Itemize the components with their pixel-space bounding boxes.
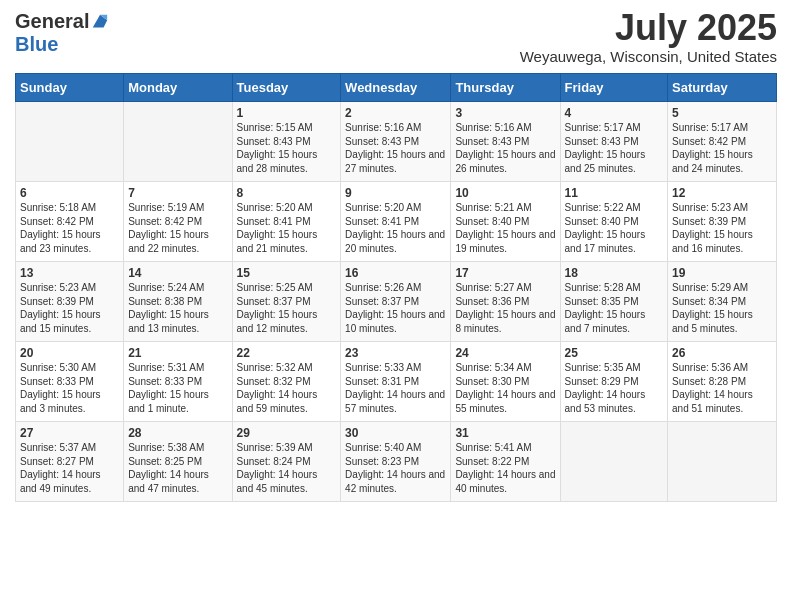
day-cell: 10Sunrise: 5:21 AM Sunset: 8:40 PM Dayli… (451, 182, 560, 262)
day-cell: 1Sunrise: 5:15 AM Sunset: 8:43 PM Daylig… (232, 102, 341, 182)
day-info: Sunrise: 5:18 AM Sunset: 8:42 PM Dayligh… (20, 201, 119, 255)
day-info: Sunrise: 5:23 AM Sunset: 8:39 PM Dayligh… (20, 281, 119, 335)
day-cell: 19Sunrise: 5:29 AM Sunset: 8:34 PM Dayli… (668, 262, 777, 342)
header-row: SundayMondayTuesdayWednesdayThursdayFrid… (16, 74, 777, 102)
day-number: 6 (20, 186, 119, 200)
day-info: Sunrise: 5:41 AM Sunset: 8:22 PM Dayligh… (455, 441, 555, 495)
day-info: Sunrise: 5:27 AM Sunset: 8:36 PM Dayligh… (455, 281, 555, 335)
day-cell: 28Sunrise: 5:38 AM Sunset: 8:25 PM Dayli… (124, 422, 232, 502)
day-cell: 26Sunrise: 5:36 AM Sunset: 8:28 PM Dayli… (668, 342, 777, 422)
calendar-table: SundayMondayTuesdayWednesdayThursdayFrid… (15, 73, 777, 502)
day-cell (16, 102, 124, 182)
day-cell: 2Sunrise: 5:16 AM Sunset: 8:43 PM Daylig… (341, 102, 451, 182)
day-cell: 23Sunrise: 5:33 AM Sunset: 8:31 PM Dayli… (341, 342, 451, 422)
day-info: Sunrise: 5:39 AM Sunset: 8:24 PM Dayligh… (237, 441, 337, 495)
day-info: Sunrise: 5:38 AM Sunset: 8:25 PM Dayligh… (128, 441, 227, 495)
day-number: 12 (672, 186, 772, 200)
day-cell: 3Sunrise: 5:16 AM Sunset: 8:43 PM Daylig… (451, 102, 560, 182)
day-cell (124, 102, 232, 182)
day-number: 31 (455, 426, 555, 440)
day-info: Sunrise: 5:17 AM Sunset: 8:42 PM Dayligh… (672, 121, 772, 175)
day-number: 18 (565, 266, 664, 280)
day-number: 7 (128, 186, 227, 200)
day-number: 21 (128, 346, 227, 360)
day-info: Sunrise: 5:19 AM Sunset: 8:42 PM Dayligh… (128, 201, 227, 255)
day-info: Sunrise: 5:16 AM Sunset: 8:43 PM Dayligh… (345, 121, 446, 175)
day-info: Sunrise: 5:20 AM Sunset: 8:41 PM Dayligh… (237, 201, 337, 255)
day-number: 24 (455, 346, 555, 360)
day-info: Sunrise: 5:36 AM Sunset: 8:28 PM Dayligh… (672, 361, 772, 415)
day-info: Sunrise: 5:21 AM Sunset: 8:40 PM Dayligh… (455, 201, 555, 255)
day-info: Sunrise: 5:30 AM Sunset: 8:33 PM Dayligh… (20, 361, 119, 415)
day-info: Sunrise: 5:34 AM Sunset: 8:30 PM Dayligh… (455, 361, 555, 415)
day-cell: 9Sunrise: 5:20 AM Sunset: 8:41 PM Daylig… (341, 182, 451, 262)
day-number: 16 (345, 266, 446, 280)
day-cell: 24Sunrise: 5:34 AM Sunset: 8:30 PM Dayli… (451, 342, 560, 422)
day-info: Sunrise: 5:22 AM Sunset: 8:40 PM Dayligh… (565, 201, 664, 255)
day-cell: 4Sunrise: 5:17 AM Sunset: 8:43 PM Daylig… (560, 102, 668, 182)
day-number: 25 (565, 346, 664, 360)
col-header-wednesday: Wednesday (341, 74, 451, 102)
logo-general-text: General (15, 10, 89, 33)
day-info: Sunrise: 5:17 AM Sunset: 8:43 PM Dayligh… (565, 121, 664, 175)
week-row-1: 1Sunrise: 5:15 AM Sunset: 8:43 PM Daylig… (16, 102, 777, 182)
week-row-2: 6Sunrise: 5:18 AM Sunset: 8:42 PM Daylig… (16, 182, 777, 262)
day-info: Sunrise: 5:29 AM Sunset: 8:34 PM Dayligh… (672, 281, 772, 335)
day-number: 28 (128, 426, 227, 440)
col-header-saturday: Saturday (668, 74, 777, 102)
day-cell: 16Sunrise: 5:26 AM Sunset: 8:37 PM Dayli… (341, 262, 451, 342)
week-row-3: 13Sunrise: 5:23 AM Sunset: 8:39 PM Dayli… (16, 262, 777, 342)
page-header: General Blue July 2025 Weyauwega, Wiscon… (15, 10, 777, 65)
day-info: Sunrise: 5:31 AM Sunset: 8:33 PM Dayligh… (128, 361, 227, 415)
day-info: Sunrise: 5:40 AM Sunset: 8:23 PM Dayligh… (345, 441, 446, 495)
day-number: 15 (237, 266, 337, 280)
day-number: 13 (20, 266, 119, 280)
day-cell: 15Sunrise: 5:25 AM Sunset: 8:37 PM Dayli… (232, 262, 341, 342)
day-info: Sunrise: 5:15 AM Sunset: 8:43 PM Dayligh… (237, 121, 337, 175)
week-row-4: 20Sunrise: 5:30 AM Sunset: 8:33 PM Dayli… (16, 342, 777, 422)
day-cell: 14Sunrise: 5:24 AM Sunset: 8:38 PM Dayli… (124, 262, 232, 342)
day-number: 17 (455, 266, 555, 280)
day-cell: 13Sunrise: 5:23 AM Sunset: 8:39 PM Dayli… (16, 262, 124, 342)
day-number: 2 (345, 106, 446, 120)
day-info: Sunrise: 5:33 AM Sunset: 8:31 PM Dayligh… (345, 361, 446, 415)
day-cell: 6Sunrise: 5:18 AM Sunset: 8:42 PM Daylig… (16, 182, 124, 262)
day-number: 30 (345, 426, 446, 440)
day-number: 10 (455, 186, 555, 200)
day-number: 20 (20, 346, 119, 360)
col-header-tuesday: Tuesday (232, 74, 341, 102)
day-cell: 12Sunrise: 5:23 AM Sunset: 8:39 PM Dayli… (668, 182, 777, 262)
day-number: 5 (672, 106, 772, 120)
day-number: 27 (20, 426, 119, 440)
day-info: Sunrise: 5:28 AM Sunset: 8:35 PM Dayligh… (565, 281, 664, 335)
day-cell: 29Sunrise: 5:39 AM Sunset: 8:24 PM Dayli… (232, 422, 341, 502)
col-header-monday: Monday (124, 74, 232, 102)
day-cell: 21Sunrise: 5:31 AM Sunset: 8:33 PM Dayli… (124, 342, 232, 422)
day-number: 14 (128, 266, 227, 280)
col-header-thursday: Thursday (451, 74, 560, 102)
day-info: Sunrise: 5:25 AM Sunset: 8:37 PM Dayligh… (237, 281, 337, 335)
day-number: 1 (237, 106, 337, 120)
day-number: 23 (345, 346, 446, 360)
day-cell: 11Sunrise: 5:22 AM Sunset: 8:40 PM Dayli… (560, 182, 668, 262)
day-cell (668, 422, 777, 502)
logo-icon (91, 13, 109, 31)
day-info: Sunrise: 5:37 AM Sunset: 8:27 PM Dayligh… (20, 441, 119, 495)
logo-blue-text: Blue (15, 33, 58, 56)
day-cell: 30Sunrise: 5:40 AM Sunset: 8:23 PM Dayli… (341, 422, 451, 502)
day-cell: 17Sunrise: 5:27 AM Sunset: 8:36 PM Dayli… (451, 262, 560, 342)
title-section: July 2025 Weyauwega, Wisconsin, United S… (520, 10, 777, 65)
day-number: 29 (237, 426, 337, 440)
day-number: 19 (672, 266, 772, 280)
day-info: Sunrise: 5:20 AM Sunset: 8:41 PM Dayligh… (345, 201, 446, 255)
day-number: 9 (345, 186, 446, 200)
day-cell: 5Sunrise: 5:17 AM Sunset: 8:42 PM Daylig… (668, 102, 777, 182)
day-number: 4 (565, 106, 664, 120)
month-title: July 2025 (520, 10, 777, 46)
logo: General Blue (15, 10, 109, 56)
day-info: Sunrise: 5:26 AM Sunset: 8:37 PM Dayligh… (345, 281, 446, 335)
day-info: Sunrise: 5:35 AM Sunset: 8:29 PM Dayligh… (565, 361, 664, 415)
col-header-sunday: Sunday (16, 74, 124, 102)
day-info: Sunrise: 5:32 AM Sunset: 8:32 PM Dayligh… (237, 361, 337, 415)
day-number: 8 (237, 186, 337, 200)
